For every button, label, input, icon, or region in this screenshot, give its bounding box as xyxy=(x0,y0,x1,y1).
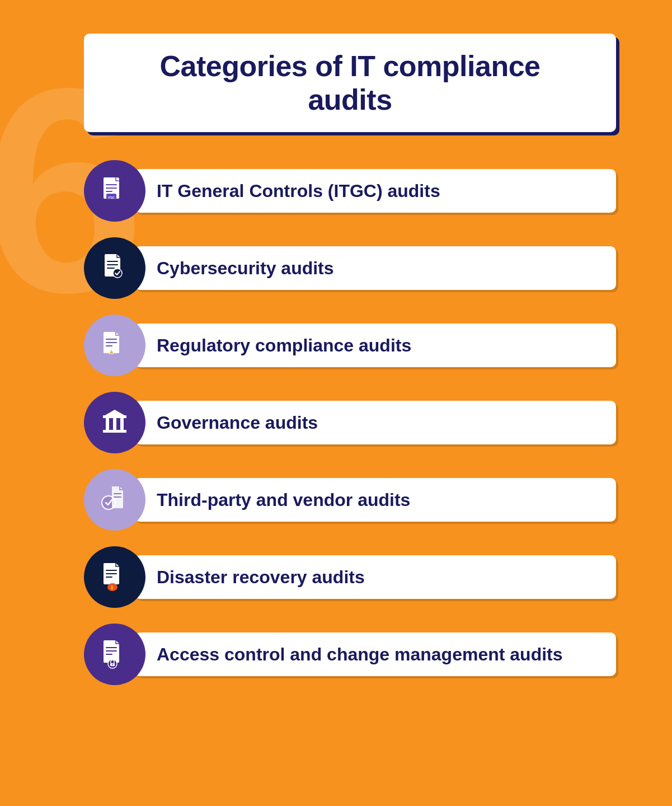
list-item: Cybersecurity audits xyxy=(84,237,616,299)
vendor-label: Third-party and vendor audits xyxy=(157,490,410,510)
governance-label-box: Governance audits xyxy=(134,401,616,444)
list-item: Governance audits xyxy=(84,392,616,453)
governance-label: Governance audits xyxy=(157,413,318,433)
svg-rect-20 xyxy=(120,418,124,430)
vendor-icon-circle xyxy=(84,469,145,531)
vendor-document-icon xyxy=(98,484,131,516)
cybersecurity-label: Cybersecurity audits xyxy=(157,258,334,278)
list-item: Disaster recovery audits xyxy=(84,546,616,608)
svg-rect-19 xyxy=(113,418,116,430)
cybersecurity-icon-circle xyxy=(84,237,145,299)
access-label: Access control and change management aud… xyxy=(157,644,563,664)
access-document-icon xyxy=(98,638,131,671)
disaster-label-box: Disaster recovery audits xyxy=(134,555,616,599)
disaster-icon-circle xyxy=(84,546,145,608)
disaster-document-icon xyxy=(98,561,131,593)
svg-rect-15 xyxy=(103,430,126,433)
itgc-icon-circle: ITGC xyxy=(84,160,145,222)
access-label-box: Access control and change management aud… xyxy=(134,632,616,676)
svg-point-9 xyxy=(113,269,122,278)
itgc-label: IT General Controls (ITGC) audits xyxy=(157,181,440,201)
list-item: Third-party and vendor audits xyxy=(84,469,616,531)
svg-point-33 xyxy=(112,664,113,665)
access-icon-circle xyxy=(84,624,145,685)
cybersecurity-document-icon xyxy=(98,252,131,284)
svg-text:ITGC: ITGC xyxy=(108,196,115,199)
regulatory-icon-circle: ! xyxy=(84,315,145,376)
list-item: Access control and change management aud… xyxy=(84,624,616,685)
page-title-box: Categories of IT compliance audits xyxy=(84,34,616,132)
itgc-document-icon: ITGC xyxy=(98,175,131,207)
svg-rect-18 xyxy=(106,418,109,430)
svg-text:!: ! xyxy=(111,350,112,354)
audit-list: ITGC IT General Controls (ITGC) audits xyxy=(84,160,616,685)
cybersecurity-label-box: Cybersecurity audits xyxy=(134,246,616,290)
regulatory-document-icon: ! xyxy=(98,329,131,362)
governance-icon-circle xyxy=(84,392,145,453)
page-title: Categories of IT compliance audits xyxy=(118,49,582,116)
regulatory-label: Regulatory compliance audits xyxy=(157,335,411,355)
list-item: ITGC IT General Controls (ITGC) audits xyxy=(84,160,616,222)
disaster-label: Disaster recovery audits xyxy=(157,567,365,587)
list-item: ! Regulatory compliance audits xyxy=(84,315,616,376)
svg-marker-17 xyxy=(103,410,126,416)
itgc-label-box: IT General Controls (ITGC) audits xyxy=(134,169,616,213)
regulatory-label-box: Regulatory compliance audits xyxy=(134,324,616,367)
vendor-label-box: Third-party and vendor audits xyxy=(134,478,616,522)
governance-building-icon xyxy=(98,406,131,439)
